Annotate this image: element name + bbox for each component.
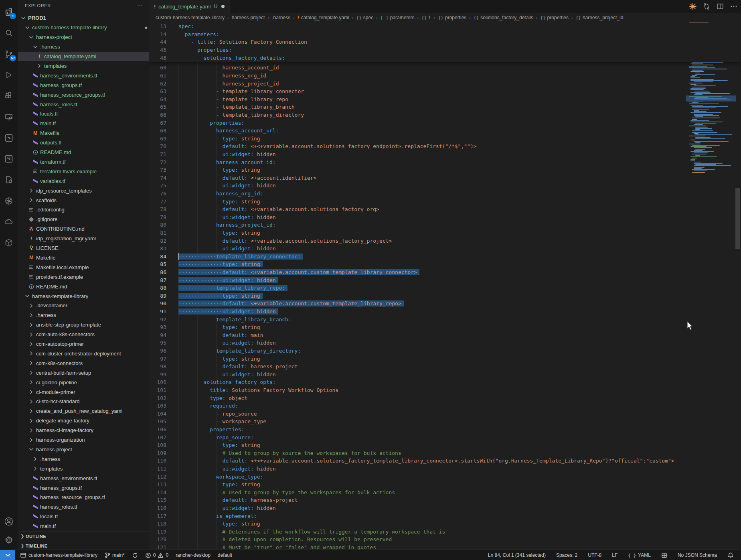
code-line-73[interactable]: 73 type: string — [149, 166, 741, 174]
code-line-65[interactable]: 65 - template_library_branch — [149, 103, 741, 111]
tree-item-harness-project[interactable]: harness-project● — [18, 32, 150, 42]
tree-item-harness-ci-image-factory[interactable]: harness-ci-image-factory — [18, 426, 150, 435]
code-line-74[interactable]: 74 default: <+account.identifier> — [149, 174, 741, 182]
tree-item-harness-resource-groups-tf[interactable]: harness_resource_groups.tf — [18, 493, 150, 502]
remote-indicator[interactable]: >< — [0, 550, 15, 560]
notifications-bell[interactable] — [726, 550, 735, 560]
code-line-115[interactable]: 115 default: harness-project — [149, 496, 741, 504]
code-line-95[interactable]: 95 ui:widget: hidden — [149, 339, 741, 347]
code-line-116[interactable]: 116 ui:widget: hidden — [149, 504, 741, 512]
code-line-118[interactable]: 118 type: string — [149, 520, 741, 528]
tree-item-terraform-tfvars-example[interactable]: terraform.tfvars.example — [18, 166, 150, 176]
container-icon[interactable] — [0, 234, 18, 252]
code-line-99[interactable]: 99 ui:widget: hidden — [149, 371, 741, 379]
code-line-70[interactable]: 70 default: <+<+variable.account.solutio… — [149, 142, 741, 150]
code-line-44[interactable]: 44 - title: Solutions Factory Connection — [149, 38, 741, 46]
code-line-14[interactable]: 14 parameters: — [149, 30, 741, 39]
code-line-89[interactable]: 89··············type: string — [149, 292, 741, 300]
code-line-77[interactable]: 77 type: string — [149, 197, 741, 205]
workspace-indicator[interactable]: custom-harness-template-library — [18, 550, 99, 560]
code-line-107[interactable]: 107 repo_source: — [149, 433, 741, 441]
source-control-icon[interactable]: 57 — [0, 45, 18, 63]
code-line-67[interactable]: 67 properties: — [149, 119, 741, 127]
code-line-90[interactable]: 90··············default: <+variable.acco… — [149, 300, 741, 308]
breadcrumb-item-harness-project-id[interactable]: {}harness_project_id — [576, 15, 624, 20]
tree-item-ccm-k8s-connectors[interactable]: ccm-k8s-connectors — [18, 358, 150, 368]
breadcrumb-item-solutions-factory-details[interactable]: {}solutions_factory_details — [474, 15, 533, 20]
code-line-81[interactable]: 81 type: string — [149, 229, 741, 237]
code-line-72[interactable]: 72 harness_account_id: — [149, 158, 741, 166]
sync[interactable] — [130, 550, 140, 560]
code-line-91[interactable]: 91··············ui:widget: hidden — [149, 308, 741, 316]
tree-item-harness-resource-groups-tf[interactable]: harness_resource_groups.tfU — [18, 90, 150, 99]
code-line-102[interactable]: 102 type: object — [149, 394, 741, 402]
code-line-76[interactable]: 76 harness_org_id: — [149, 190, 741, 198]
timeline-section[interactable]: ❯ TIMELINE — [18, 541, 149, 550]
code-line-84[interactable]: 84············template_library_connector… — [149, 253, 741, 261]
code-line-83[interactable]: 83 ui:widget: hidden — [149, 245, 741, 253]
code-line-60[interactable]: 60 - harness_account_id — [149, 64, 741, 72]
tree-item-harness-roles-tf[interactable]: harness_roles.tfU — [18, 99, 150, 109]
code-line-80[interactable]: 80 harness_project_id: — [149, 221, 741, 229]
tree-item-idp-registration-mgr-yaml[interactable]: !idp_registration_mgr.yaml — [18, 234, 150, 243]
tree-item-harness-template-library[interactable]: harness-template-library — [18, 291, 150, 301]
code-line-62[interactable]: 62 - harness_project_id — [149, 79, 741, 87]
code-line-111[interactable]: 111 ui:widget: hidden — [149, 465, 741, 473]
language-mode[interactable]: { }YAML — [626, 550, 652, 560]
cloud-icon[interactable] — [0, 213, 18, 231]
tree-item-create-and-push-new-catalog-yaml[interactable]: create_and_push_new_catalog_yaml — [18, 406, 150, 416]
code-line-61[interactable]: 61 - harness_org_id — [149, 72, 741, 80]
breadcrumb-item--harness[interactable]: .harness — [272, 15, 290, 20]
code-line-100[interactable]: 100 solutions_factory_opts: — [149, 378, 741, 386]
tree-item-readme-md[interactable]: README.md — [18, 282, 150, 291]
file-gear-icon[interactable] — [0, 171, 18, 189]
tree-item-harness-project[interactable]: harness-project — [18, 445, 150, 454]
tree-item-harness-environments-tf[interactable]: harness_environments.tfU — [18, 71, 150, 80]
tree-item-outputs-tf[interactable]: outputs.tfU — [18, 138, 150, 148]
remote-explorer-icon[interactable] — [0, 108, 18, 126]
tree-item-ci-sto-hcr-standard[interactable]: ci-sto-hcr-standard — [18, 397, 150, 406]
code-line-94[interactable]: 94 default: main — [149, 331, 741, 339]
code-line-87[interactable]: 87··············ui:widget: hidden — [149, 276, 741, 284]
code-editor[interactable]: 60 - harness_account_id61 - harness_org_… — [149, 22, 741, 550]
tree-item--harness[interactable]: .harness — [18, 310, 150, 320]
json-schema[interactable]: No JSON Schema — [676, 550, 719, 560]
eol[interactable]: LF — [610, 550, 619, 560]
tree-item-ccm-cluster-orchestrator-deployment[interactable]: ccm-cluster-orchestrator-deployment — [18, 349, 150, 359]
tree-item-harness-groups-tf[interactable]: harness_groups.tfU — [18, 80, 150, 90]
account-icon[interactable] — [0, 513, 18, 530]
tree-item-delegate-image-factory[interactable]: delegate-image-factory — [18, 416, 150, 426]
breadcrumb-item-harness-project[interactable]: harness-project — [232, 15, 265, 20]
code-line-85[interactable]: 85··············type: string — [149, 260, 741, 268]
code-line-96[interactable]: 96 template_library_directory: — [149, 347, 741, 355]
tree-item-harness-groups-tf[interactable]: harness_groups.tf — [18, 483, 150, 493]
code-line-121[interactable]: 121 # Must be "true" or "false" and wrap… — [149, 544, 741, 550]
tree-item-scaffolds[interactable]: scaffolds — [18, 195, 150, 205]
code-line-68[interactable]: 68 harness_account_url: — [149, 127, 741, 135]
breadcrumb-item-properties[interactable]: {}properties — [438, 15, 467, 20]
tree-item--harness[interactable]: .harness● — [18, 42, 150, 52]
sidebar-more-actions-icon[interactable]: ⋯ — [137, 2, 143, 8]
search-icon[interactable] — [0, 24, 18, 42]
tree-item-contributing-md[interactable]: CONTRIBUTING.md — [18, 224, 150, 234]
tree-item-makefile[interactable]: MMakefile — [18, 253, 150, 263]
rancher-context[interactable]: rancher-desktop — [174, 550, 212, 560]
run-starburst-icon[interactable] — [689, 2, 697, 10]
code-line-104[interactable]: 104 - repo_source — [149, 410, 741, 418]
tree-item-harness-organization[interactable]: harness-organization — [18, 435, 150, 445]
code-line-119[interactable]: 119 # Determines if the workflow will tr… — [149, 528, 741, 536]
code-line-113[interactable]: 113 type: string — [149, 481, 741, 489]
code-line-103[interactable]: 103 required: — [149, 402, 741, 410]
tree-item--harness[interactable]: .harness — [18, 454, 150, 464]
tree-item-main-tf[interactable]: main.tfU — [18, 119, 150, 128]
tree-item-templates[interactable]: templates● — [18, 61, 150, 71]
tree-item--devcontainer[interactable]: .devcontainer — [18, 301, 150, 310]
encoding[interactable]: UTF-8 — [586, 550, 603, 560]
code-line-69[interactable]: 69 type: string — [149, 135, 741, 143]
breadcrumb-item-catalog-template-yaml[interactable]: !catalog_template.yaml — [298, 15, 349, 20]
problems[interactable]: 00 — [144, 550, 170, 560]
tree-item-harness-environments-tf[interactable]: harness_environments.tf — [18, 473, 150, 483]
tab-catalog-template-yaml[interactable]: ! catalog_template.yaml U — [149, 0, 230, 13]
tree-item-variables-tf[interactable]: variables.tfU — [18, 176, 150, 186]
code-line-117[interactable]: 117 is_ephemeral: — [149, 512, 741, 520]
